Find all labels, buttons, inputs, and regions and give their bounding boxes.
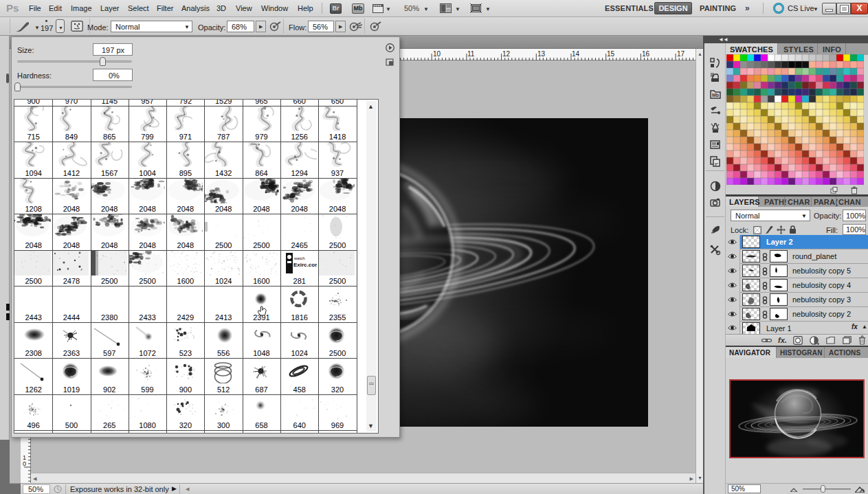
svg-text:16: 16 [642,50,650,58]
svg-text:13: 13 [537,50,546,58]
svg-text:watch: watch [293,256,305,260]
svg-text:Exirc.com: Exirc.com [293,262,317,268]
svg-text:17: 17 [677,50,685,58]
svg-text:14: 14 [572,50,580,58]
svg-text:Mb: Mb [712,93,719,98]
svg-text:10: 10 [433,50,441,58]
svg-text:12: 12 [502,50,511,58]
svg-text:11: 11 [467,50,475,58]
svg-text:15: 15 [607,50,615,58]
